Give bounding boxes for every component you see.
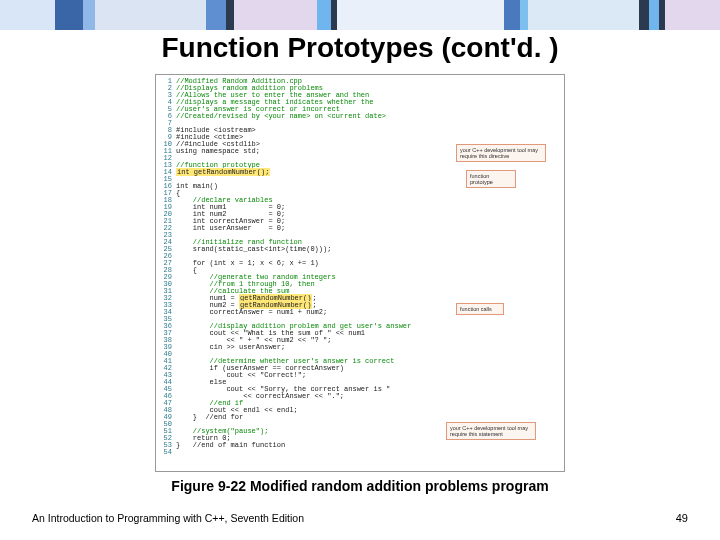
decorative-top-bar [0,0,720,30]
code-line: 11using namespace std; [156,148,564,155]
code-line: 27 for (int x = 1; x < 6; x += 1) [156,260,564,267]
figure-caption: Figure 9-22 Modified random addition pro… [0,478,720,494]
code-line: 39 cin >> userAnswer; [156,344,564,351]
code-line: 25 srand(static_cast<int>(time(0))); [156,246,564,253]
code-figure: your C++ development tool may require th… [155,74,565,472]
code-line: 53} //end of main function [156,442,564,449]
code-line: 6//Created/revised by <your name> on <cu… [156,113,564,120]
code-line: 54 [156,449,564,456]
slide-title: Function Prototypes (cont'd. ) [0,32,720,64]
footer-page-number: 49 [676,512,688,524]
code-line: 22 int userAnswer = 0; [156,225,564,232]
code-line: 49 } //end for [156,414,564,421]
code-line: 16int main() [156,183,564,190]
footer-book-title: An Introduction to Programming with C++,… [32,512,304,524]
code-line: 14int getRandomNumber(); [156,169,564,176]
code-line: 34 correctAnswer = num1 + num2; [156,309,564,316]
